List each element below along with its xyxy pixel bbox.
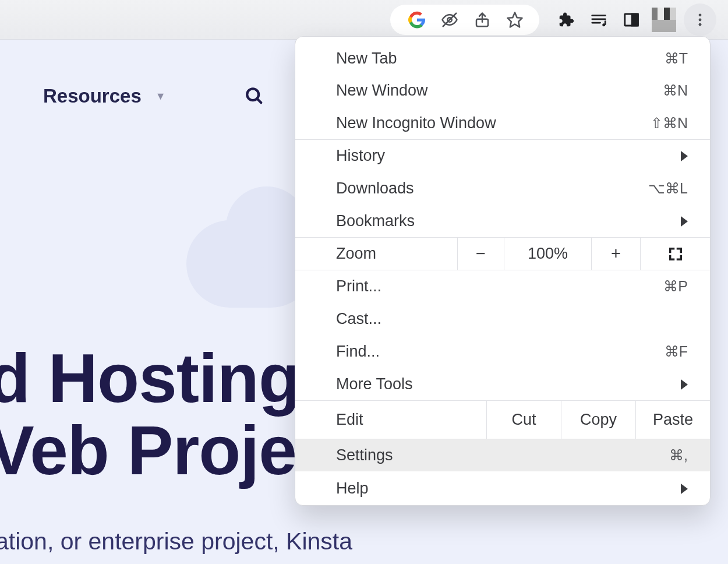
menu-label: More Tools (336, 375, 413, 393)
submenu-arrow-icon (681, 379, 688, 390)
google-icon[interactable] (401, 3, 433, 36)
shortcut: ⌘, (669, 447, 688, 464)
search-icon[interactable] (245, 86, 264, 108)
menu-label: Downloads (336, 179, 414, 198)
shortcut: ⌘P (663, 278, 688, 295)
menu-find[interactable]: Find... ⌘F (295, 335, 710, 368)
extensions-icon[interactable] (550, 3, 582, 36)
zoom-label: Zoom (295, 238, 457, 270)
browser-toolbar (0, 0, 728, 40)
menu-label: Bookmarks (336, 212, 415, 230)
menu-new-tab[interactable]: New Tab ⌘T (295, 37, 710, 74)
edit-label: Edit (295, 401, 486, 439)
menu-label: New Incognito Window (336, 114, 496, 132)
eye-off-icon[interactable] (433, 3, 466, 36)
menu-label: History (336, 147, 385, 165)
menu-label: Print... (336, 277, 381, 295)
menu-new-incognito[interactable]: New Incognito Window ⇧⌘N (295, 107, 710, 139)
shortcut: ⌥⌘L (648, 180, 688, 197)
svg-rect-9 (632, 14, 638, 26)
fullscreen-button[interactable] (640, 238, 710, 270)
edit-paste-button[interactable]: Paste (635, 401, 710, 439)
edit-cut-button[interactable]: Cut (486, 401, 561, 439)
hero-subtext: ation, or enterprise project, Kinsta (0, 528, 352, 555)
edit-copy-button[interactable]: Copy (561, 401, 635, 439)
menu-label: Settings (336, 446, 393, 464)
menu-zoom-row: Zoom − 100% + (295, 237, 710, 270)
menu-help[interactable]: Help (295, 471, 710, 505)
chrome-menu: New Tab ⌘T New Window ⌘N New Incognito W… (295, 36, 711, 506)
menu-bookmarks[interactable]: Bookmarks (295, 205, 710, 237)
svg-point-10 (699, 13, 702, 16)
menu-label: New Tab (336, 50, 397, 68)
svg-marker-3 (508, 12, 522, 27)
star-icon[interactable] (499, 3, 531, 36)
menu-print[interactable]: Print... ⌘P (295, 270, 710, 302)
side-panel-icon[interactable] (615, 3, 648, 36)
submenu-arrow-icon (681, 151, 688, 161)
svg-point-7 (602, 23, 605, 26)
shortcut: ⇧⌘N (651, 115, 688, 132)
shortcut: ⌘T (665, 50, 688, 67)
shortcut: ⌘F (665, 343, 688, 360)
chrome-menu-button[interactable] (684, 3, 716, 36)
menu-settings[interactable]: Settings ⌘, (295, 439, 710, 471)
nav-item-resources[interactable]: Resources ▼ (43, 85, 166, 107)
menu-downloads[interactable]: Downloads ⌥⌘L (295, 172, 710, 205)
submenu-arrow-icon (681, 216, 688, 227)
shortcut: ⌘N (663, 82, 688, 99)
zoom-out-button[interactable]: − (457, 238, 504, 270)
zoom-in-button[interactable]: + (591, 238, 640, 270)
svg-point-12 (699, 23, 702, 26)
svg-line-14 (257, 98, 261, 103)
profile-avatar[interactable] (648, 3, 680, 36)
menu-cast[interactable]: Cast... (295, 302, 710, 335)
svg-point-11 (699, 18, 702, 21)
nav-label: Resources (43, 85, 142, 107)
menu-new-window[interactable]: New Window ⌘N (295, 74, 710, 107)
menu-history[interactable]: History (295, 139, 710, 172)
music-queue-icon[interactable] (582, 3, 615, 36)
share-icon[interactable] (466, 3, 499, 36)
menu-label: Help (336, 480, 369, 498)
menu-label: Cast... (336, 310, 381, 328)
zoom-level: 100% (504, 238, 591, 270)
menu-label: New Window (336, 82, 428, 100)
chevron-down-icon: ▼ (156, 90, 166, 103)
menu-more-tools[interactable]: More Tools (295, 368, 710, 400)
omnibox-right (390, 5, 539, 35)
menu-label: Find... (336, 343, 380, 361)
submenu-arrow-icon (681, 484, 688, 494)
menu-edit-row: Edit Cut Copy Paste (295, 400, 710, 439)
